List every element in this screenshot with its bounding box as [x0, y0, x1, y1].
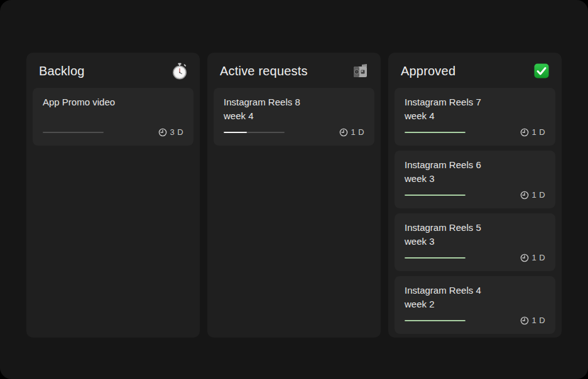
clock-icon: [520, 254, 529, 262]
column-header: Backlog: [26, 53, 200, 88]
stopwatch-icon: [172, 62, 188, 80]
duration: 1 D: [520, 127, 545, 137]
clock-icon: [339, 128, 348, 137]
progress-bar: [43, 132, 104, 133]
column-title: Active requests: [220, 64, 308, 78]
card-footer: 1 D: [405, 253, 545, 262]
progress-fill: [224, 132, 247, 133]
video-camera-icon: [352, 62, 369, 80]
clock-icon: [520, 128, 529, 137]
column-active-requests: Active requests Instagram Reels 8 week 4…: [207, 53, 381, 338]
card-title: Instagram Reels 8 week 4: [224, 95, 364, 123]
progress-bar: [405, 320, 466, 321]
progress-bar: [405, 195, 466, 196]
duration: 1 D: [339, 127, 364, 137]
column-approved: Approved Instagram Reels 7 week 4 1 D: [388, 53, 562, 338]
column-header: Approved: [388, 53, 562, 88]
check-mark-icon: [533, 62, 550, 80]
duration: 1 D: [520, 190, 545, 200]
card-footer: 1 D: [405, 190, 545, 200]
card[interactable]: Instagram Reels 4 week 2 1 D: [395, 276, 555, 334]
card-footer: 1 D: [224, 127, 364, 137]
card[interactable]: Instagram Reels 8 week 4 1 D: [214, 88, 374, 146]
clock-icon: [158, 128, 167, 137]
progress-fill: [405, 132, 466, 133]
card-title: Instagram Reels 4 week 2: [405, 284, 545, 311]
progress-fill: [405, 320, 466, 321]
progress-bar: [224, 132, 285, 133]
card-footer: 1 D: [405, 316, 545, 325]
column-title: Approved: [401, 64, 455, 78]
duration-label: 1 D: [532, 316, 545, 325]
columns-container: Backlog App Promo video 3 D: [26, 53, 562, 338]
card-title: App Promo video: [43, 95, 183, 109]
duration-label: 1 D: [532, 253, 545, 262]
progress-bar: [405, 132, 466, 133]
card-footer: 3 D: [43, 127, 183, 137]
duration-label: 3 D: [170, 127, 183, 137]
card-title: Instagram Reels 6 week 3: [405, 158, 545, 186]
clock-icon: [520, 316, 529, 325]
kanban-board: Backlog App Promo video 3 D: [0, 0, 588, 379]
duration-label: 1 D: [532, 190, 545, 200]
card[interactable]: Instagram Reels 5 week 3 1 D: [395, 213, 555, 271]
progress-fill: [405, 195, 466, 196]
duration: 3 D: [158, 127, 183, 137]
progress-bar: [405, 257, 466, 259]
card-list: App Promo video 3 D: [26, 88, 200, 152]
card-title: Instagram Reels 7 week 4: [405, 95, 545, 123]
card-list: Instagram Reels 8 week 4 1 D: [207, 88, 381, 152]
card-list: Instagram Reels 7 week 4 1 D Instagram R…: [388, 88, 562, 340]
progress-fill: [405, 257, 466, 259]
column-backlog: Backlog App Promo video 3 D: [26, 53, 200, 338]
card[interactable]: Instagram Reels 7 week 4 1 D: [395, 88, 555, 146]
duration: 1 D: [520, 316, 545, 325]
duration-label: 1 D: [532, 127, 545, 137]
column-header: Active requests: [207, 53, 381, 88]
card[interactable]: Instagram Reels 6 week 3 1 D: [395, 151, 555, 208]
card[interactable]: App Promo video 3 D: [33, 88, 193, 146]
card-footer: 1 D: [405, 127, 545, 137]
duration-label: 1 D: [351, 127, 364, 137]
card-title: Instagram Reels 5 week 3: [405, 221, 545, 248]
clock-icon: [520, 191, 529, 200]
column-title: Backlog: [39, 64, 85, 78]
duration: 1 D: [520, 253, 545, 262]
